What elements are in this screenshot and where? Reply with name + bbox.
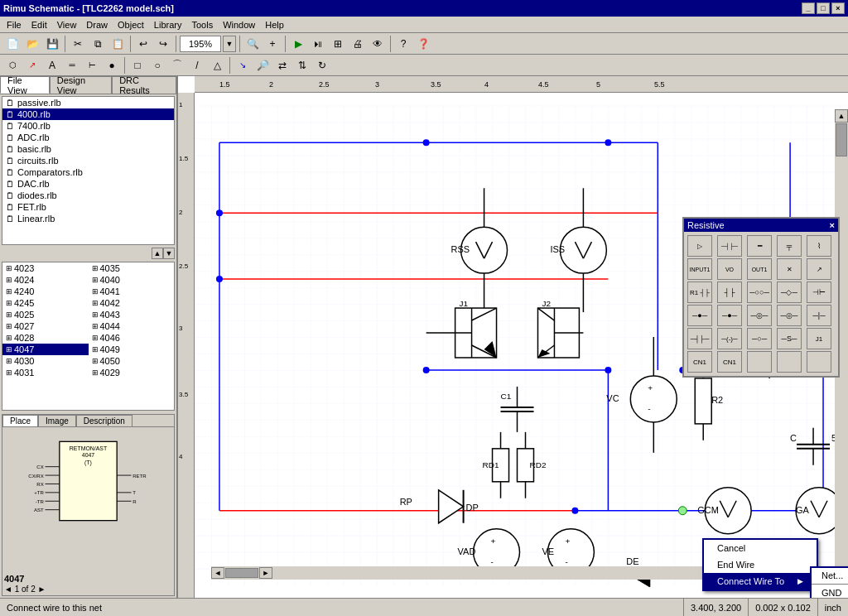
res-j1[interactable]: J1: [807, 328, 831, 349]
tree-item-comparators[interactable]: 🗒 Comparators.rlb: [2, 166, 174, 178]
tree-item-fet[interactable]: 🗒 FET.rlb: [2, 201, 174, 213]
menu-edit[interactable]: Edit: [26, 18, 52, 31]
scroll-left-arrow[interactable]: ◄: [211, 567, 224, 579]
res-circle2[interactable]: ─◎─: [777, 305, 802, 326]
preview-nav[interactable]: ◄ 1 of 2 ►: [4, 585, 46, 594]
junction-tool[interactable]: ●: [103, 56, 121, 75]
res-bar[interactable]: ⊣⊢: [807, 282, 831, 303]
tree-item-passive[interactable]: 🗒 passive.rlb: [2, 97, 174, 108]
res-switch[interactable]: ─○○─: [747, 282, 772, 303]
redo-button[interactable]: ↪: [154, 35, 172, 53]
res-output1[interactable]: OUT1: [747, 258, 772, 280]
res-line[interactable]: ─|─: [807, 305, 831, 326]
canvas-area[interactable]: RSS ISS J1: [195, 93, 848, 598]
comp-4041[interactable]: ⊞4041: [89, 286, 175, 297]
submenu-gnd[interactable]: GND: [812, 585, 848, 598]
comp-4035[interactable]: ⊞4035: [89, 262, 175, 274]
res-cross[interactable]: ✕: [777, 258, 802, 280]
run-step-button[interactable]: ⏯: [309, 35, 327, 53]
menu-object[interactable]: Object: [113, 18, 149, 31]
comp-4049[interactable]: ⊞4049: [89, 344, 175, 355]
tab-fileview[interactable]: File View: [0, 76, 50, 94]
bus-tap[interactable]: ⊢: [83, 56, 101, 75]
close-button[interactable]: ×: [831, 2, 845, 14]
help1-btn[interactable]: ?: [394, 35, 412, 53]
comp-4044[interactable]: ⊞4044: [89, 320, 175, 332]
text-tool[interactable]: A: [43, 56, 61, 75]
maximize-button[interactable]: □: [817, 2, 830, 14]
rect-tool[interactable]: □: [128, 56, 147, 75]
ctx-connect-wire[interactable]: Connect Wire To ▶: [704, 573, 817, 590]
zoom-fit-button[interactable]: 🔍: [243, 35, 262, 53]
resistive-close-button[interactable]: ×: [830, 220, 835, 230]
scroll-thumb-h[interactable]: [225, 568, 258, 578]
res-neg-cap[interactable]: ─(-)─: [717, 328, 742, 349]
save-button[interactable]: 💾: [43, 35, 61, 53]
paste-button[interactable]: 📋: [108, 35, 127, 53]
ctx-end-wire[interactable]: End Wire: [704, 556, 817, 573]
comp-4042[interactable]: ⊞4042: [89, 297, 175, 309]
wire-end-tool[interactable]: ↘: [234, 56, 252, 75]
undo-button[interactable]: ↩: [134, 35, 152, 53]
mirror-h[interactable]: ⇄: [273, 56, 292, 75]
new-button[interactable]: 📄: [3, 35, 22, 53]
res-circ[interactable]: ─○─: [747, 328, 772, 349]
res-var-res[interactable]: ┤├: [717, 282, 742, 303]
print-preview-btn[interactable]: 👁: [369, 35, 387, 53]
ctx-cancel[interactable]: Cancel: [704, 540, 817, 556]
tree-scroll-up[interactable]: ▲: [152, 248, 163, 259]
menu-tools[interactable]: Tools: [186, 18, 218, 31]
circle-tool[interactable]: ○: [148, 56, 166, 75]
menu-draw[interactable]: Draw: [81, 18, 113, 31]
help2-btn[interactable]: ❓: [414, 35, 432, 53]
tree-item-linear[interactable]: 🗒 Linear.rlb: [2, 213, 174, 224]
comp-4028[interactable]: ⊞4028: [2, 332, 89, 344]
tree-item-dac[interactable]: 🗒 DAC.rlb: [2, 178, 174, 190]
comp-4025[interactable]: ⊞4025: [2, 309, 89, 320]
tree-item-diodes[interactable]: 🗒 diodes.rlb: [2, 190, 174, 201]
submenu-net[interactable]: Net...: [812, 568, 848, 583]
comp-4024[interactable]: ⊞4024: [2, 274, 89, 286]
zoom-value[interactable]: 195%: [180, 36, 221, 52]
arc-tool[interactable]: ⌒: [168, 56, 186, 75]
tree-item-basic[interactable]: 🗒 basic.rlb: [2, 143, 174, 155]
comp-4031[interactable]: ⊞4031: [2, 367, 89, 378]
comp-4040[interactable]: ⊞4040: [89, 274, 175, 286]
comp-4043[interactable]: ⊞4043: [89, 309, 175, 320]
comp-4030[interactable]: ⊞4030: [2, 355, 89, 367]
tree-item-7400[interactable]: 🗒 7400.rlb: [2, 120, 174, 132]
scroll-right-arrow[interactable]: ►: [259, 567, 272, 579]
scroll-up-arrow[interactable]: ▲: [835, 109, 848, 123]
zoom-dropdown[interactable]: ▼: [223, 36, 236, 52]
preview-tab-image[interactable]: Image: [38, 415, 76, 426]
comp-4046[interactable]: ⊞4046: [89, 332, 175, 344]
zoom-in-button[interactable]: +: [263, 35, 282, 53]
res-vo[interactable]: VO: [717, 258, 742, 280]
preview-tab-place[interactable]: Place: [2, 415, 38, 426]
comp-4050[interactable]: ⊞4050: [89, 355, 175, 367]
comp-4023[interactable]: ⊞4023: [2, 262, 89, 274]
res-input1[interactable]: INPUT1: [687, 258, 712, 280]
res-cap2[interactable]: ─┤├─: [687, 328, 712, 349]
schematic-area[interactable]: 1.5 2 2.5 3 3.5 4 4.5 5 5.5 1 1.5 2 2.5 …: [178, 76, 848, 598]
res-inductor[interactable]: ━: [747, 235, 772, 257]
comp-4027[interactable]: ⊞4027: [2, 320, 89, 332]
component-btn[interactable]: ⊞: [329, 35, 347, 53]
bus-tool[interactable]: ═: [63, 56, 81, 75]
tree-scroll-down[interactable]: ▼: [163, 248, 175, 259]
res-resistor[interactable]: ─┤├─: [717, 235, 742, 257]
res-antenna[interactable]: ⌇: [807, 235, 831, 257]
res-circle1[interactable]: ─◎─: [747, 305, 772, 326]
menu-window[interactable]: Window: [218, 18, 260, 31]
tree-item-adc[interactable]: 🗒 ADC.rlb: [2, 132, 174, 143]
menu-help[interactable]: Help: [260, 18, 289, 31]
zoom-region[interactable]: 🔎: [253, 56, 272, 75]
rotate-tool[interactable]: ↻: [313, 56, 331, 75]
res-cn1a[interactable]: CN1: [687, 351, 712, 373]
poly-tool[interactable]: △: [208, 56, 226, 75]
open-button[interactable]: 📂: [23, 35, 41, 53]
select-tool[interactable]: ⬡: [3, 56, 22, 75]
res-r1[interactable]: R1 ┤├: [687, 282, 712, 303]
res-cn1b[interactable]: CN1: [717, 351, 742, 373]
print-btn[interactable]: 🖨: [349, 35, 367, 53]
